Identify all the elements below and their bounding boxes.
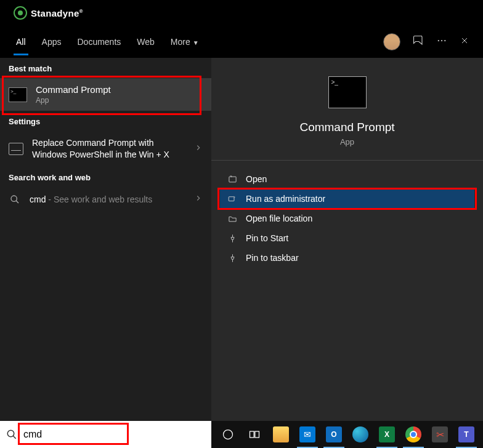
- brand-name: Stanadyne®: [31, 8, 83, 18]
- result-command-prompt[interactable]: Command Prompt App: [0, 78, 211, 111]
- results-pane: Best match Command Prompt App Settings R…: [0, 58, 211, 421]
- svg-point-3: [11, 196, 17, 201]
- preview-subtitle: App: [340, 137, 354, 146]
- taskbar-excel[interactable]: X: [374, 421, 400, 448]
- pin-icon: [227, 253, 237, 263]
- monitor-icon: [9, 143, 23, 155]
- shield-icon: [227, 194, 237, 204]
- search-input[interactable]: [23, 429, 205, 440]
- brand-logo: Stanadyne®: [14, 6, 83, 20]
- stanadyne-icon: [14, 6, 27, 20]
- search-bar[interactable]: [0, 421, 211, 448]
- taskbar-task-view[interactable]: [242, 421, 267, 448]
- title-bar: Stanadyne®: [0, 0, 483, 26]
- search-icon: [6, 429, 17, 440]
- action-open-file-location[interactable]: Open file location: [220, 209, 474, 228]
- section-best-match: Best match: [0, 58, 211, 78]
- action-pin-to-taskbar[interactable]: Pin to taskbar: [220, 248, 474, 268]
- action-label: Run as administrator: [246, 194, 325, 204]
- taskbar-cortana[interactable]: [215, 421, 241, 448]
- svg-rect-5: [229, 196, 234, 201]
- taskbar-explorer[interactable]: [268, 421, 294, 448]
- close-icon[interactable]: [460, 36, 469, 48]
- action-pin-to-start[interactable]: Pin to Start: [220, 228, 474, 248]
- taskbar-snip[interactable]: ✂: [427, 421, 453, 448]
- taskbar-chrome[interactable]: [400, 421, 426, 448]
- result-replace-powershell[interactable]: Replace Command Prompt with Windows Powe…: [0, 131, 211, 167]
- svg-point-1: [441, 40, 442, 41]
- action-label: Pin to Start: [246, 233, 288, 243]
- tab-all[interactable]: All: [14, 28, 28, 55]
- more-icon[interactable]: [436, 35, 447, 49]
- search-tabs-row: All Apps Documents Web More▼: [0, 26, 483, 58]
- svg-point-7: [224, 430, 233, 439]
- chevron-right-icon: [194, 194, 203, 205]
- feedback-icon[interactable]: [413, 35, 424, 49]
- user-avatar[interactable]: [383, 33, 400, 50]
- taskbar-mail[interactable]: ✉: [294, 421, 320, 448]
- action-run-as-administrator[interactable]: Run as administrator: [220, 189, 474, 209]
- svg-point-0: [438, 40, 439, 41]
- taskbar-outlook[interactable]: O: [321, 421, 347, 448]
- preview-pane: Command Prompt App Open Run as administr…: [211, 58, 483, 421]
- tab-documents[interactable]: Documents: [75, 28, 123, 55]
- open-icon: [227, 174, 237, 184]
- main-area: Best match Command Prompt App Settings R…: [0, 58, 483, 421]
- action-label: Open: [246, 174, 267, 184]
- svg-point-6: [7, 430, 14, 437]
- pin-icon: [227, 233, 237, 243]
- preview-app-icon: [328, 76, 367, 108]
- folder-icon: [227, 214, 237, 223]
- tab-more[interactable]: More▼: [168, 28, 201, 55]
- result-title: Command Prompt: [36, 84, 111, 95]
- search-icon: [9, 193, 21, 206]
- taskbar-edge[interactable]: [347, 421, 373, 448]
- svg-rect-8: [250, 431, 254, 438]
- taskbar-teams[interactable]: T: [453, 421, 479, 448]
- cmd-icon: [9, 87, 27, 102]
- preview-title: Command Prompt: [299, 121, 394, 134]
- svg-rect-9: [255, 431, 259, 438]
- result-web-cmd[interactable]: cmd - See work and web results: [0, 187, 211, 212]
- taskbar: ✉ O X ✂ T: [211, 421, 483, 448]
- section-settings: Settings: [0, 111, 211, 131]
- chevron-right-icon: [194, 143, 203, 154]
- section-search-work-web: Search work and web: [0, 167, 211, 187]
- action-open[interactable]: Open: [220, 169, 474, 189]
- result-title: Replace Command Prompt with Windows Powe…: [32, 137, 185, 161]
- svg-point-2: [444, 40, 445, 41]
- tab-web[interactable]: Web: [134, 28, 157, 55]
- svg-rect-4: [229, 177, 235, 182]
- action-label: Pin to taskbar: [246, 253, 299, 263]
- action-label: Open file location: [246, 214, 312, 223]
- result-subtitle: App: [36, 96, 111, 105]
- tab-apps[interactable]: Apps: [39, 28, 64, 55]
